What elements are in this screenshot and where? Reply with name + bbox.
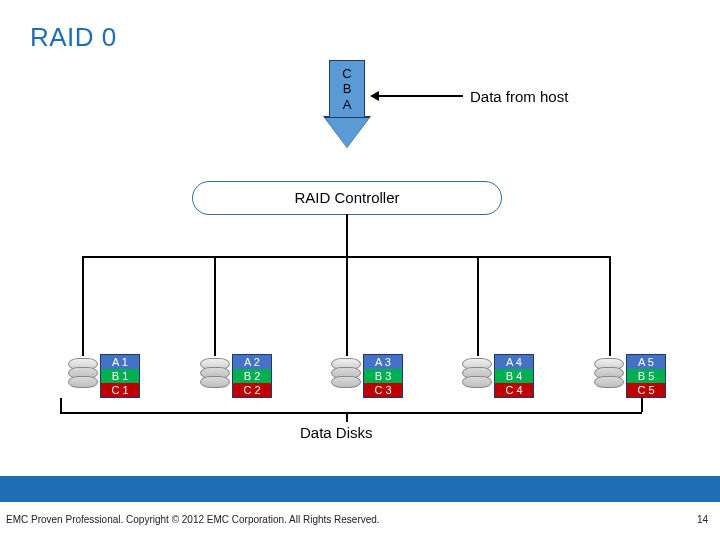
stripe-c: C 5 — [627, 383, 665, 397]
stripe-c: C 3 — [364, 383, 402, 397]
stripe-b: B 3 — [364, 369, 402, 383]
host-data-arrow: C B A — [325, 60, 369, 158]
disk-icon — [594, 358, 624, 398]
bracket-horizontal — [60, 412, 642, 414]
bracket-left — [60, 398, 62, 412]
stripe-a: A 5 — [627, 355, 665, 369]
stripe-a: A 4 — [495, 355, 533, 369]
arrow-letter-b: B — [343, 81, 352, 97]
data-disks-label: Data Disks — [300, 424, 373, 441]
page-number: 14 — [697, 514, 708, 525]
connector-vertical — [346, 214, 348, 258]
connector-disk-3 — [346, 256, 348, 356]
stripe-c: C 4 — [495, 383, 533, 397]
stripe-a: A 3 — [364, 355, 402, 369]
stripe-b: B 2 — [233, 369, 271, 383]
stripe-c: C 2 — [233, 383, 271, 397]
bracket-right — [641, 398, 643, 412]
arrow-body: C B A — [329, 60, 365, 118]
disk-icon — [331, 358, 361, 398]
arrow-head-icon — [325, 118, 369, 148]
host-label: Data from host — [470, 88, 568, 105]
stripe-a: A 2 — [233, 355, 271, 369]
raid-controller-box: RAID Controller — [192, 181, 502, 215]
connector-disk-5 — [609, 256, 611, 356]
stripe-b: B 4 — [495, 369, 533, 383]
stripe-block-5: A 5 B 5 C 5 — [626, 354, 666, 398]
stripe-a: A 1 — [101, 355, 139, 369]
arrow-letter-a: A — [343, 97, 352, 113]
footer-bar — [0, 476, 720, 502]
stripe-block-2: A 2 B 2 C 2 — [232, 354, 272, 398]
stripe-block-1: A 1 B 1 C 1 — [100, 354, 140, 398]
stripe-block-4: A 4 B 4 C 4 — [494, 354, 534, 398]
stripe-b: B 5 — [627, 369, 665, 383]
connector-disk-1 — [82, 256, 84, 356]
disk-icon — [200, 358, 230, 398]
stripe-block-3: A 3 B 3 C 3 — [363, 354, 403, 398]
disk-icon — [68, 358, 98, 398]
stripe-c: C 1 — [101, 383, 139, 397]
connector-disk-4 — [477, 256, 479, 356]
slide-title: RAID 0 — [30, 22, 117, 53]
stripe-b: B 1 — [101, 369, 139, 383]
arrow-letter-c: C — [342, 66, 351, 82]
disk-icon — [462, 358, 492, 398]
footer-text: EMC Proven Professional. Copyright © 201… — [6, 514, 380, 525]
arrow-left-icon — [378, 95, 463, 97]
connector-disk-2 — [214, 256, 216, 356]
bracket-stem — [346, 412, 348, 422]
